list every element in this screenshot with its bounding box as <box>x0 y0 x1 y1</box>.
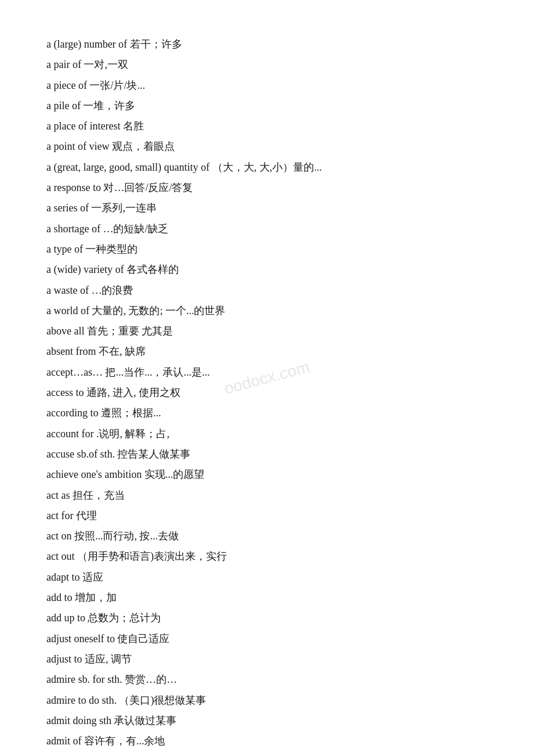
list-item: a shortage of …的短缺/缺乏 <box>46 219 488 239</box>
list-item: admit doing sth 承认做过某事 <box>46 711 488 730</box>
list-item: a (wide) variety of 各式各样的 <box>46 260 488 279</box>
list-item: admire sb. for sth. 赞赏…的… <box>46 670 488 689</box>
main-content: a (large) number of 若干；许多a pair of 一对,一双… <box>46 35 488 751</box>
list-item: achieve one's ambition 实现...的愿望 <box>46 465 488 484</box>
list-item: a piece of 一张/片/块... <box>46 76 488 95</box>
list-item: act out （用手势和语言)表演出来，实行 <box>46 547 488 566</box>
list-item: a (great, large, good, small) quantity o… <box>46 158 488 177</box>
list-item: a waste of …的浪费 <box>46 281 488 300</box>
list-item: accuse sb.of sth. 控告某人做某事 <box>46 445 488 464</box>
list-item: a point of view 观点，着眼点 <box>46 137 488 156</box>
list-item: a pair of 一对,一双 <box>46 55 488 74</box>
list-item: add to 增加，加 <box>46 588 488 607</box>
list-item: act as 担任，充当 <box>46 486 488 505</box>
list-item: adjust to 适应, 调节 <box>46 650 488 669</box>
list-item: access to 通路, 进入, 使用之权 <box>46 383 488 402</box>
list-item: absent from 不在, 缺席 <box>46 342 488 361</box>
list-item: a series of 一系列,一连串 <box>46 199 488 218</box>
list-item: admire to do sth. （美口)很想做某事 <box>46 691 488 710</box>
list-item: a type of 一种类型的 <box>46 240 488 259</box>
list-item: account for .说明, 解释；占, <box>46 424 488 444</box>
list-item: adapt to 适应 <box>46 568 488 587</box>
list-item: admit of 容许有，有...余地 <box>46 732 488 751</box>
list-item: adjust oneself to 使自己适应 <box>46 629 488 649</box>
list-item: a pile of 一堆，许多 <box>46 96 488 116</box>
list-item: act for 代理 <box>46 506 488 525</box>
list-item: act on 按照...而行动, 按...去做 <box>46 527 488 546</box>
list-item: according to 遵照；根据... <box>46 404 488 423</box>
list-item: a place of interest 名胜 <box>46 117 488 136</box>
list-item: accept…as… 把...当作...，承认...是... <box>46 363 488 382</box>
list-item: a world of 大量的, 无数的; 一个...的世界 <box>46 301 488 321</box>
list-item: add up to 总数为；总计为 <box>46 609 488 628</box>
list-item: a response to 对…回答/反应/答复 <box>46 178 488 197</box>
list-item: above all 首先；重要 尤其是 <box>46 322 488 341</box>
list-item: a (large) number of 若干；许多 <box>46 35 488 54</box>
